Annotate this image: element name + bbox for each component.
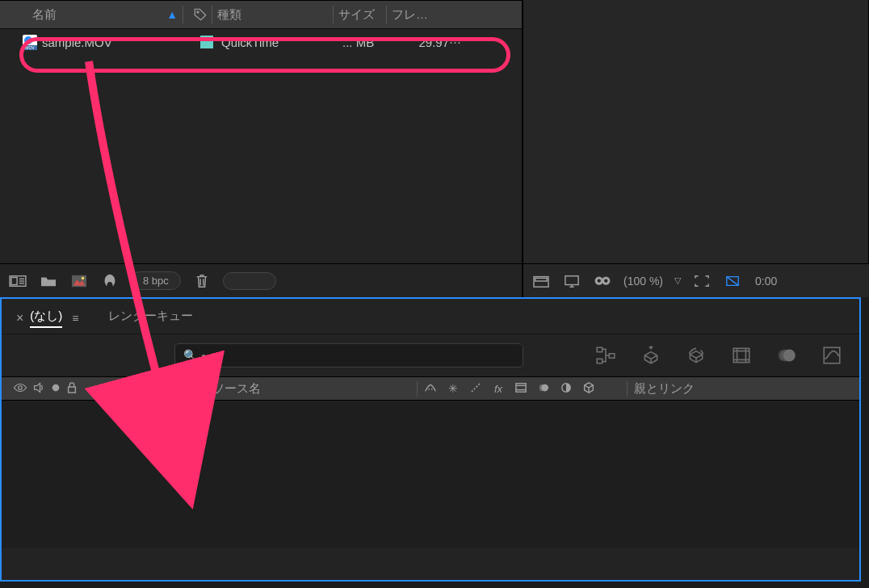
- svg-point-18: [604, 279, 607, 282]
- timeline-tool-icons: [531, 344, 848, 367]
- layer-columns-header: ソース名 ✳ fx 親とリンク: [2, 376, 859, 401]
- svg-line-20: [727, 276, 738, 285]
- project-panel: 名前 ▲ 種類 サイズ フレ… MOV sample.MOV QuickTime…: [0, 0, 523, 297]
- mask-icon[interactable]: [593, 274, 612, 288]
- new-comp-icon[interactable]: [69, 272, 89, 290]
- svg-rect-10: [535, 278, 547, 281]
- svg-point-0: [196, 11, 198, 13]
- svg-point-33: [19, 385, 23, 389]
- asset-fps: 29.97: [396, 36, 449, 49]
- solo-icon[interactable]: [50, 382, 61, 396]
- timeline-tabs: × (なし) ≡ レンダーキュー: [2, 299, 859, 334]
- svg-rect-21: [597, 347, 602, 351]
- svg-point-17: [598, 279, 601, 282]
- svg-point-38: [431, 388, 433, 389]
- dropdown-caret-icon: ▾: [202, 352, 206, 360]
- asset-row[interactable]: MOV sample.MOV QuickTime ... MB 29.97 ⋯: [0, 29, 522, 55]
- svg-point-37: [428, 388, 430, 389]
- graph-editor-icon[interactable]: [821, 344, 843, 367]
- current-time[interactable]: 0:00: [755, 275, 777, 288]
- tab-render-label: レンダーキュー: [108, 309, 193, 324]
- svg-point-8: [82, 276, 85, 279]
- tab-none[interactable]: × (なし) ≡: [11, 305, 84, 331]
- interpret-footage-icon[interactable]: [8, 272, 27, 290]
- motion-blur-small-icon[interactable]: [535, 382, 552, 396]
- monitor-icon[interactable]: [562, 274, 581, 288]
- layer-label-column[interactable]: [128, 382, 163, 395]
- svg-rect-2: [11, 277, 17, 284]
- av-features-group: [6, 381, 128, 397]
- svg-rect-23: [609, 354, 615, 358]
- 3d-layer-icon[interactable]: [581, 381, 597, 397]
- project-columns-header: 名前 ▲ 種類 サイズ フレ…: [0, 0, 522, 29]
- svg-rect-22: [597, 359, 602, 363]
- asset-kind: QuickTime: [221, 36, 342, 49]
- fx-icon[interactable]: fx: [490, 383, 506, 395]
- svg-rect-35: [69, 387, 76, 393]
- collapse-icon[interactable]: ✳: [445, 382, 461, 395]
- column-kind[interactable]: 種類: [212, 6, 333, 23]
- timeline-search-input[interactable]: 🔍▾: [174, 343, 523, 368]
- frame-blend-icon[interactable]: [730, 344, 753, 367]
- column-fps[interactable]: フレ…: [386, 6, 439, 23]
- shy-icon[interactable]: [422, 382, 439, 396]
- guides-icon[interactable]: [723, 274, 742, 288]
- close-tab-icon[interactable]: ×: [16, 311, 23, 326]
- timeline-toolbar: 🔍▾: [2, 334, 859, 376]
- svg-point-36: [143, 385, 145, 387]
- svg-point-44: [539, 384, 545, 391]
- svg-rect-40: [516, 383, 526, 392]
- panel-menu-icon[interactable]: ≡: [72, 312, 78, 325]
- quality-icon[interactable]: [468, 382, 484, 396]
- toggle-transparency-icon[interactable]: [531, 274, 551, 288]
- trash-icon[interactable]: [192, 272, 212, 290]
- project-asset-list[interactable]: MOV sample.MOV QuickTime ... MB 29.97 ⋯: [0, 29, 522, 263]
- draft-3d-icon[interactable]: [685, 344, 707, 367]
- 3d-draft-icon[interactable]: [640, 344, 662, 367]
- search-pill[interactable]: [223, 272, 276, 290]
- folder-icon[interactable]: [39, 272, 58, 290]
- adjustment-icon[interactable]: [558, 382, 574, 396]
- adobe-stock-icon[interactable]: [100, 272, 120, 290]
- motion-blur-icon[interactable]: [775, 344, 798, 367]
- project-footer: 8 bpc: [0, 263, 522, 297]
- column-label[interactable]: [183, 6, 212, 23]
- column-name-label: 名前: [32, 7, 57, 23]
- asset-filename: sample.MOV: [42, 36, 192, 49]
- svg-point-31: [778, 351, 785, 361]
- speaker-icon[interactable]: [32, 382, 45, 396]
- region-of-interest-icon[interactable]: [692, 274, 712, 288]
- layer-list-empty[interactable]: [2, 401, 859, 548]
- tab-none-label: (なし): [30, 309, 62, 328]
- tag-icon: [193, 7, 208, 22]
- bpc-button[interactable]: 8 bpc: [131, 271, 181, 290]
- column-name[interactable]: 名前 ▲: [32, 6, 183, 23]
- switches-column: ✳ fx: [417, 381, 627, 397]
- column-size[interactable]: サイズ: [333, 6, 386, 23]
- source-name-column[interactable]: ソース名: [207, 381, 417, 397]
- zoom-level[interactable]: (100 %): [623, 275, 663, 288]
- sort-ascending-icon[interactable]: ▲: [166, 8, 178, 21]
- asset-more-icon: ⋯: [449, 35, 465, 49]
- svg-rect-16: [600, 279, 604, 282]
- frame-blend-small-icon[interactable]: [513, 382, 529, 396]
- viewer-footer: (100 %) ▽ 0:00: [523, 263, 869, 297]
- svg-line-39: [472, 384, 480, 392]
- viewer-panel: [523, 0, 869, 297]
- svg-rect-11: [565, 275, 578, 284]
- mov-file-icon: MOV: [23, 35, 37, 49]
- tab-render-queue[interactable]: レンダーキュー: [103, 305, 198, 327]
- timeline-panel: × (なし) ≡ レンダーキュー 🔍▾: [0, 297, 861, 582]
- eye-icon[interactable]: [13, 382, 27, 396]
- chevron-down-icon[interactable]: ▽: [674, 275, 681, 286]
- svg-point-34: [52, 384, 60, 391]
- parent-link-column[interactable]: 親とリンク: [627, 381, 830, 397]
- asset-size: ... MB: [342, 36, 396, 49]
- asset-label-swatch[interactable]: [192, 36, 221, 48]
- comp-flow-icon[interactable]: [594, 344, 617, 367]
- svg-rect-32: [824, 347, 840, 363]
- search-icon: 🔍: [183, 349, 197, 362]
- lock-icon[interactable]: [66, 381, 78, 397]
